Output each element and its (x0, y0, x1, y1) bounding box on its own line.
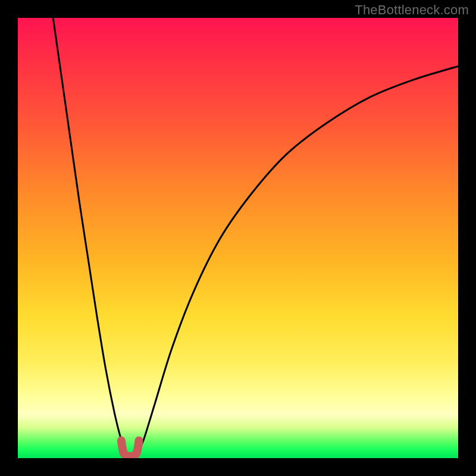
watermark-text: TheBottleneck.com (355, 2, 469, 18)
plot-area (18, 18, 458, 458)
curve-layer (18, 18, 458, 458)
chart-frame: TheBottleneck.com (0, 0, 476, 476)
valley-marker-curve (121, 440, 139, 456)
right-branch-curve (137, 66, 458, 453)
left-branch-curve (53, 18, 126, 454)
